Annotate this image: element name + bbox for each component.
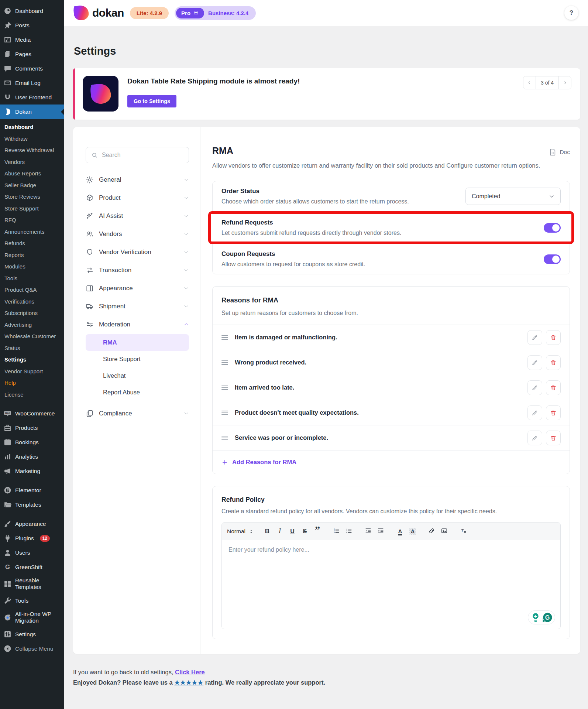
wp-menu-item[interactable]: Comments xyxy=(0,61,64,76)
settings-subnav-item[interactable]: RMA xyxy=(86,334,189,351)
wp-submenu-item[interactable]: Advertising xyxy=(0,319,64,331)
wp-submenu-item[interactable]: Reverse Withdrawal xyxy=(0,144,64,156)
wp-menu-item[interactable]: Woo WooCommerce xyxy=(0,406,64,421)
wp-menu-item[interactable]: Bookings xyxy=(0,435,64,449)
wp-submenu-item[interactable]: Help xyxy=(0,377,64,389)
old-settings-link[interactable]: Click Here xyxy=(175,669,205,675)
wp-menu-item[interactable]: Posts xyxy=(0,18,64,32)
wp-submenu-item[interactable]: Abuse Reports xyxy=(0,168,64,179)
wp-submenu-item[interactable]: Withdraw xyxy=(0,133,64,145)
go-to-settings-button[interactable]: Go to Settings xyxy=(127,95,176,107)
add-reason-button[interactable]: Add Reasons for RMA xyxy=(213,450,570,474)
wp-menu-item[interactable]: Email Log xyxy=(0,76,64,90)
bold-button[interactable]: B xyxy=(261,525,274,538)
wp-submenu-item[interactable]: Status xyxy=(0,342,64,354)
delete-reason-button[interactable] xyxy=(546,330,561,345)
delete-reason-button[interactable] xyxy=(546,355,561,370)
wp-submenu-item[interactable]: Subscriptions xyxy=(0,307,64,319)
wp-submenu-item[interactable]: Refunds xyxy=(0,237,64,249)
wp-submenu-item[interactable]: Announcements xyxy=(0,226,64,238)
order-status-select[interactable]: Completed xyxy=(465,188,561,205)
wp-menu-item[interactable]: Analytics xyxy=(0,449,64,464)
settings-nav-item[interactable]: Appearance xyxy=(86,279,189,297)
wp-submenu-item[interactable]: Modules xyxy=(0,261,64,273)
wp-menu-item[interactable]: Reusable Templates xyxy=(0,574,64,593)
settings-nav-item[interactable]: Product xyxy=(86,189,189,207)
wp-menu-item[interactable]: All-in-One WP Migration xyxy=(0,608,64,627)
pagination-next-button[interactable] xyxy=(559,76,571,89)
drag-handle-icon[interactable] xyxy=(221,360,228,365)
ordered-list-button[interactable]: 123 xyxy=(330,525,343,538)
wp-menu-item[interactable]: Elementor xyxy=(0,483,64,497)
wp-menu-item[interactable]: Tools xyxy=(0,593,64,608)
wp-menu-item[interactable]: User Frontend xyxy=(0,90,64,105)
doc-link[interactable]: Doc xyxy=(549,148,570,156)
italic-button[interactable]: I xyxy=(274,525,286,538)
wp-menu-item[interactable]: Settings xyxy=(0,627,64,641)
drag-handle-icon[interactable] xyxy=(221,335,228,340)
wp-submenu-item[interactable]: Reports xyxy=(0,249,64,261)
grammarly-widget[interactable]: G xyxy=(528,610,555,624)
settings-nav-item[interactable]: Vendors xyxy=(86,225,189,243)
wp-menu-item[interactable]: G GreenShift xyxy=(0,560,64,574)
image-button[interactable] xyxy=(438,525,451,538)
settings-nav-item-compliance[interactable]: Compliance xyxy=(86,404,189,422)
drag-handle-icon[interactable] xyxy=(221,386,228,390)
wp-menu-item[interactable]: Dashboard xyxy=(0,4,64,18)
wp-submenu-item[interactable]: Verifications xyxy=(0,296,64,308)
search-input[interactable] xyxy=(102,152,183,158)
settings-nav-item[interactable]: AI Assist xyxy=(86,207,189,225)
wp-submenu-item[interactable]: Settings xyxy=(0,354,64,366)
help-button[interactable]: ? xyxy=(564,6,578,20)
edit-reason-button[interactable] xyxy=(527,405,542,420)
wp-submenu-item[interactable]: Product Q&A xyxy=(0,284,64,296)
outdent-button[interactable] xyxy=(362,525,375,538)
block-format-select[interactable]: Normal xyxy=(227,528,254,535)
clear-format-button[interactable]: T xyxy=(457,525,470,538)
wp-submenu-item[interactable]: Vendors xyxy=(0,156,64,168)
quote-button[interactable]: ” xyxy=(311,525,324,538)
wp-submenu-item[interactable]: RFQ xyxy=(0,214,64,226)
delete-reason-button[interactable] xyxy=(546,431,561,445)
underline-button[interactable]: U xyxy=(286,525,299,538)
wp-submenu-item[interactable]: License xyxy=(0,389,64,401)
link-button[interactable] xyxy=(426,525,438,538)
wp-submenu-item[interactable]: Wholesale Customer xyxy=(0,330,64,342)
wp-submenu-item[interactable]: Dashboard xyxy=(0,121,64,133)
settings-nav-item[interactable]: Moderation xyxy=(86,315,189,333)
edit-reason-button[interactable] xyxy=(527,431,542,445)
wp-menu-item[interactable]: Dokan xyxy=(0,105,64,119)
wp-menu-item[interactable]: Collapse Menu xyxy=(0,641,64,656)
drag-handle-icon[interactable] xyxy=(221,411,228,415)
settings-subnav-item[interactable]: Store Support xyxy=(86,351,189,367)
wp-submenu-item[interactable]: Store Reviews xyxy=(0,191,64,203)
rating-stars-link[interactable]: ★★★★★ xyxy=(174,679,203,686)
text-color-button[interactable]: A xyxy=(394,525,406,538)
settings-nav-item[interactable]: Shipment xyxy=(86,297,189,315)
wp-menu-item[interactable]: Marketing xyxy=(0,464,64,478)
coupon-requests-toggle[interactable] xyxy=(544,254,561,264)
settings-nav-item[interactable]: General xyxy=(86,171,189,189)
wp-menu-item[interactable]: Media xyxy=(0,32,64,47)
refund-policy-textarea[interactable]: Enter your refund policy here... G xyxy=(222,540,560,629)
bullet-list-button[interactable] xyxy=(343,525,355,538)
wp-submenu-item[interactable]: Seller Badge xyxy=(0,179,64,191)
delete-reason-button[interactable] xyxy=(546,380,561,395)
wp-submenu-item[interactable]: Store Support xyxy=(0,203,64,215)
wp-menu-item[interactable]: Appearance xyxy=(0,517,64,531)
wp-submenu-item[interactable]: Vendor Support xyxy=(0,366,64,377)
settings-subnav-item[interactable]: Livechat xyxy=(86,367,189,384)
edit-reason-button[interactable] xyxy=(527,380,542,395)
edit-reason-button[interactable] xyxy=(527,355,542,370)
delete-reason-button[interactable] xyxy=(546,405,561,420)
wp-submenu-item[interactable]: Tools xyxy=(0,273,64,284)
wp-menu-item[interactable]: Users xyxy=(0,545,64,560)
settings-subnav-item[interactable]: Report Abuse xyxy=(86,384,189,401)
wp-menu-item[interactable]: Pages xyxy=(0,47,64,61)
pagination-prev-button[interactable] xyxy=(523,76,536,89)
strike-button[interactable]: S xyxy=(299,525,311,538)
settings-nav-item[interactable]: Vendor Verification xyxy=(86,243,189,261)
drag-handle-icon[interactable] xyxy=(221,436,228,440)
highlight-color-button[interactable]: A xyxy=(406,525,419,538)
edit-reason-button[interactable] xyxy=(527,330,542,345)
